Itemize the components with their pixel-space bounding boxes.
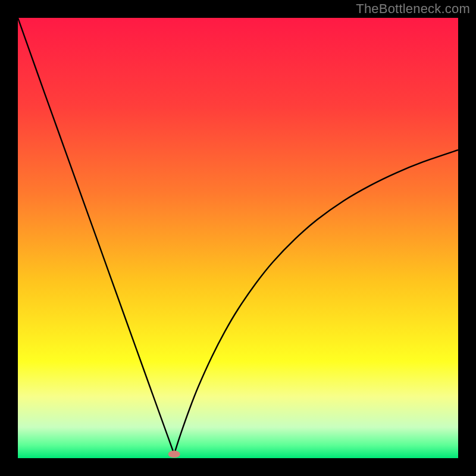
plot-area xyxy=(18,18,458,458)
chart-background xyxy=(18,18,458,458)
chart-svg xyxy=(18,18,458,458)
vertex-marker xyxy=(168,450,180,458)
chart-frame: TheBottleneck.com xyxy=(0,0,476,476)
watermark-text: TheBottleneck.com xyxy=(356,1,470,17)
